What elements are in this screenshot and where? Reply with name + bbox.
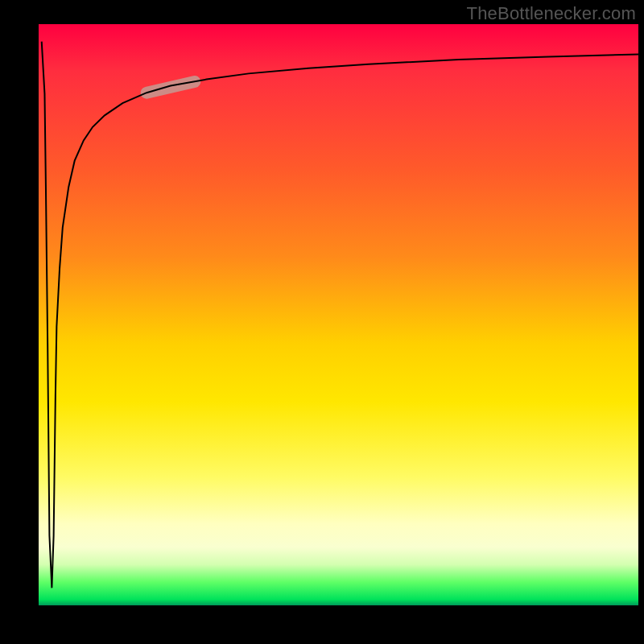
attribution-text: TheBottlenecker.com xyxy=(467,3,636,24)
curve-svg xyxy=(39,24,638,605)
main-curve xyxy=(42,42,638,588)
plot-area xyxy=(39,24,638,605)
chart-root: TheBottlenecker.com xyxy=(0,0,644,644)
